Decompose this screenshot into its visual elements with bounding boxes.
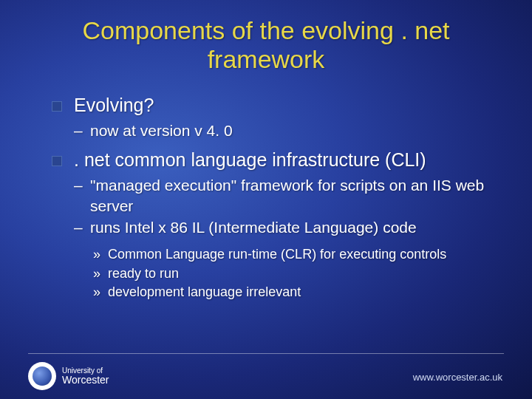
logo-line2: Worcester	[62, 375, 109, 386]
footer-divider	[28, 353, 504, 354]
sub-item: runs Intel x 86 IL (Intermediate Languag…	[74, 217, 495, 237]
university-logo: University of Worcester	[28, 362, 109, 390]
slide-content: Components of the evolving . net framewo…	[0, 0, 532, 301]
sub-list: "managed execution" framework for script…	[37, 175, 495, 237]
sub-list: now at version v 4. 0	[37, 120, 495, 140]
bullet-list: . net common language infrastructure (CL…	[37, 149, 495, 171]
subsub-list: Common Language run-time (CLR) for execu…	[37, 246, 495, 301]
slide-title: Components of the evolving . net framewo…	[37, 16, 495, 74]
footer-url: www.worcester.ac.uk	[413, 372, 502, 383]
subsub-item: ready to run	[93, 265, 495, 282]
logo-text: University of Worcester	[62, 366, 109, 386]
bullet-item: . net common language infrastructure (CL…	[52, 149, 495, 171]
logo-globe-icon	[28, 362, 56, 390]
bullet-list: Evolving?	[37, 95, 495, 116]
bullet-item: Evolving?	[52, 95, 495, 116]
slide-footer: University of Worcester www.worcester.ac…	[0, 353, 532, 399]
subsub-item: Common Language run-time (CLR) for execu…	[93, 246, 495, 263]
sub-item: "managed execution" framework for script…	[74, 175, 495, 216]
subsub-item: development language irrelevant	[93, 284, 495, 301]
sub-item: now at version v 4. 0	[74, 120, 495, 140]
